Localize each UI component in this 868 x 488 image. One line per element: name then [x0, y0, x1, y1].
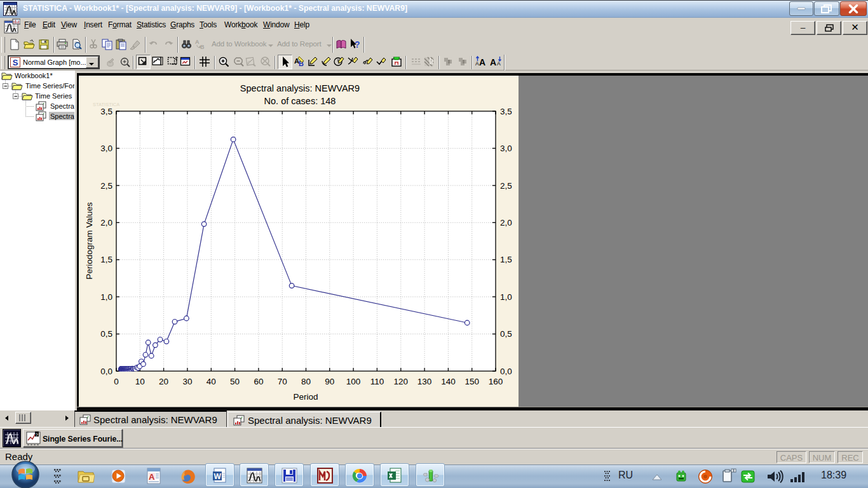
svg-text:No. of cases: 148: No. of cases: 148 — [264, 96, 336, 106]
svg-text:A: A — [149, 472, 155, 482]
svg-text:30: 30 — [182, 377, 192, 386]
svg-text:0,5: 0,5 — [100, 329, 112, 339]
svg-text:Periodogram Values: Periodogram Values — [85, 202, 94, 280]
svg-text:A: A — [195, 39, 200, 45]
svg-text:1,0: 1,0 — [100, 292, 112, 302]
svg-text:W: W — [214, 472, 222, 481]
svg-text:Workbook1*: Workbook1* — [15, 72, 53, 79]
svg-text:?: ? — [355, 39, 360, 50]
svg-text:130: 130 — [417, 377, 432, 386]
svg-text:Spectral: Spectral — [50, 112, 74, 120]
svg-text:100: 100 — [346, 377, 361, 386]
svg-text:A: A — [497, 60, 501, 67]
svg-text:2,0: 2,0 — [500, 218, 512, 227]
svg-text:0: 0 — [114, 377, 119, 386]
svg-text:50: 50 — [230, 377, 240, 386]
svg-text:1,0: 1,0 — [500, 292, 512, 302]
svg-text:0,0: 0,0 — [500, 367, 512, 376]
svg-text:110: 110 — [370, 377, 384, 386]
svg-text:2,5: 2,5 — [500, 181, 512, 191]
svg-text:40: 40 — [207, 377, 216, 386]
svg-text:Time Series: Time Series — [35, 92, 72, 100]
svg-text:1,5: 1,5 — [500, 255, 512, 264]
svg-text:?: ? — [36, 432, 39, 438]
svg-text:140: 140 — [441, 377, 456, 386]
svg-text:0,0: 0,0 — [100, 367, 112, 376]
svg-text:3,5: 3,5 — [100, 107, 112, 116]
svg-text:80: 80 — [301, 377, 311, 386]
svg-text:160: 160 — [489, 377, 503, 386]
svg-text:70: 70 — [278, 377, 287, 386]
svg-text:A: A — [490, 57, 496, 67]
svg-text:2,0: 2,0 — [100, 218, 112, 227]
svg-text:3,0: 3,0 — [100, 144, 112, 153]
svg-text:3,5: 3,5 — [500, 107, 512, 116]
svg-text:2,5: 2,5 — [100, 181, 112, 191]
svg-text:10: 10 — [135, 377, 145, 386]
svg-text:120: 120 — [394, 377, 409, 386]
svg-text:150: 150 — [465, 377, 479, 386]
svg-text:3,0: 3,0 — [500, 144, 512, 153]
svg-text:Time Series/For: Time Series/For — [25, 82, 74, 90]
svg-text:Spectral: Spectral — [50, 102, 74, 110]
svg-text:Period: Period — [293, 392, 318, 402]
svg-text:90: 90 — [325, 377, 334, 386]
svg-text:1,5: 1,5 — [100, 255, 112, 264]
svg-text:20: 20 — [159, 377, 168, 386]
svg-text:A: A — [479, 57, 485, 67]
svg-text:Spectral analysis: NEWVAR9: Spectral analysis: NEWVAR9 — [240, 83, 360, 93]
svg-text:0,5: 0,5 — [500, 329, 512, 339]
svg-text:60: 60 — [254, 377, 263, 386]
